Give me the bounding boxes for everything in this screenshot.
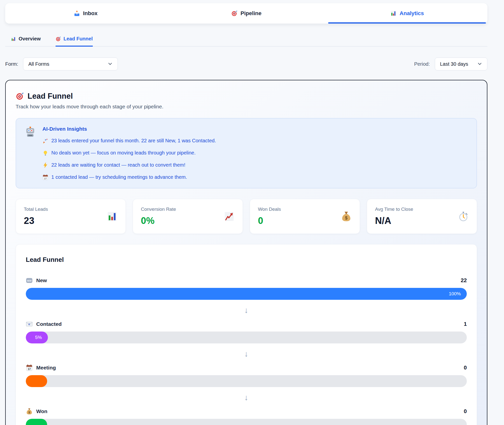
chart-increasing-icon <box>224 211 235 222</box>
stat-label: Total Leads <box>24 207 48 212</box>
subtab-lead-funnel-label: Lead Funnel <box>63 36 93 42</box>
stage-percent-label: 5% <box>35 335 42 340</box>
bulb-icon <box>42 150 48 156</box>
page: Inbox Pipeline Analytics Overview Lead F… <box>5 3 487 425</box>
tab-analytics-label: Analytics <box>400 10 424 17</box>
bar-chart-icon <box>390 10 397 17</box>
stat-card-conversion-rate: Conversion Rate 0% <box>133 199 243 234</box>
down-arrow-icon: ↓ <box>26 306 467 314</box>
target-icon <box>56 36 61 42</box>
ai-insights-title: AI-Driven Insights <box>42 126 468 132</box>
period-select-value: Last 30 days <box>440 61 468 67</box>
tab-inbox[interactable]: Inbox <box>5 3 166 24</box>
stage-count: 1 <box>464 321 467 327</box>
lightning-icon <box>42 162 48 168</box>
stat-card-avg-time-to-close: Avg Time to Close N/A <box>367 199 477 234</box>
chevron-down-icon <box>477 61 482 66</box>
stage-bar-fill <box>26 419 47 425</box>
stage-bar-fill: 100% <box>26 288 467 300</box>
tab-pipeline[interactable]: Pipeline <box>166 3 327 24</box>
stat-label: Won Deals <box>258 207 281 212</box>
stage-count: 22 <box>461 277 467 284</box>
stat-value: N/A <box>375 215 413 226</box>
analytics-subtabs: Overview Lead Funnel <box>5 36 487 47</box>
funnel-chart-title: Lead Funnel <box>26 256 467 264</box>
active-tab-underline <box>328 22 486 24</box>
funnel-chart-card: Lead Funnel New 22 100% ↓ <box>16 244 477 425</box>
stage-bar-fill <box>26 375 47 387</box>
insight-text: 22 leads are waiting for contact — reach… <box>51 162 185 168</box>
stat-card-total-leads: Total Leads 23 <box>16 199 126 234</box>
stopwatch-icon <box>458 211 469 222</box>
bar-chart-icon <box>107 211 118 222</box>
money-bag-icon <box>341 211 352 222</box>
subtab-overview[interactable]: Overview <box>11 36 41 47</box>
stat-label: Avg Time to Close <box>375 207 413 212</box>
stage-label: New <box>36 277 47 283</box>
subtab-lead-funnel[interactable]: Lead Funnel <box>56 36 93 47</box>
stat-label: Conversion Rate <box>141 207 176 212</box>
down-arrow-icon: ↓ <box>26 350 467 358</box>
stage-bar-track: 100% <box>26 288 467 300</box>
calendar-icon <box>26 364 33 371</box>
funnel-stage-won: Won 0 <box>26 408 467 425</box>
funnel-stage-contacted: Contacted 1 5% <box>26 321 467 343</box>
stage-bar-fill: 5% <box>26 332 48 343</box>
stage-count: 0 <box>464 364 467 371</box>
robot-icon <box>25 126 36 137</box>
stage-bar-track: 5% <box>26 332 467 343</box>
form-select-value: All Forms <box>28 61 49 67</box>
down-arrow-icon: ↓ <box>26 394 467 401</box>
stat-value: 0% <box>141 215 176 226</box>
insight-text: No deals won yet — focus on moving leads… <box>51 150 195 156</box>
chevron-down-icon <box>108 61 113 66</box>
stage-label: Contacted <box>36 321 62 327</box>
panel-subtitle: Track how your leads move through each s… <box>16 104 477 110</box>
money-bag-icon <box>26 408 33 415</box>
period-filter-label: Period: <box>414 61 430 67</box>
subtab-overview-label: Overview <box>19 36 41 42</box>
tab-inbox-label: Inbox <box>83 10 98 17</box>
bar-chart-icon <box>11 36 16 42</box>
insight-item: 23 leads entered your funnel this month.… <box>42 137 468 144</box>
panel-title: Lead Funnel <box>28 92 73 101</box>
stage-label: Won <box>36 408 47 414</box>
new-badge-icon <box>26 277 33 284</box>
filters-row: Form: All Forms Period: Last 30 days <box>5 58 487 70</box>
calendar-icon <box>42 174 48 180</box>
period-select[interactable]: Last 30 days <box>435 58 487 70</box>
tab-analytics[interactable]: Analytics <box>327 3 487 24</box>
insight-item: 1 contacted lead — try scheduling meetin… <box>42 174 468 181</box>
form-select[interactable]: All Forms <box>23 58 118 70</box>
ai-insights-box: AI-Driven Insights 23 leads entered your… <box>16 118 477 188</box>
insight-item: No deals won yet — focus on moving leads… <box>42 150 468 156</box>
stage-bar-track <box>26 375 467 387</box>
target-icon <box>16 92 24 100</box>
insight-text: 23 leads entered your funnel this month.… <box>51 137 216 144</box>
stage-bar-track <box>26 419 467 425</box>
email-icon <box>26 321 33 328</box>
stage-label: Meeting <box>36 365 56 371</box>
lead-funnel-panel: Lead Funnel Track how your leads move th… <box>5 80 487 425</box>
stat-card-won-deals: Won Deals 0 <box>250 199 360 234</box>
form-filter-group: Form: All Forms <box>5 58 118 70</box>
panel-title-row: Lead Funnel <box>16 92 477 101</box>
stage-count: 0 <box>464 408 467 415</box>
stat-value: 0 <box>258 215 281 226</box>
funnel-stage-meeting: Meeting 0 <box>26 364 467 387</box>
tab-pipeline-label: Pipeline <box>241 10 261 17</box>
form-filter-label: Form: <box>5 61 18 67</box>
stage-percent-label: 100% <box>449 291 461 297</box>
funnel-stage-new: New 22 100% <box>26 277 467 300</box>
insight-item: 22 leads are waiting for contact — reach… <box>42 162 468 168</box>
insight-text: 1 contacted lead — try scheduling meetin… <box>51 174 187 181</box>
stat-value: 23 <box>24 215 48 226</box>
rocket-icon <box>42 138 48 144</box>
ai-insights-body: AI-Driven Insights 23 leads entered your… <box>42 126 468 181</box>
stats-row: Total Leads 23 Conversion Rate 0% Won De… <box>16 199 477 234</box>
inbox-icon <box>74 10 80 17</box>
target-icon <box>231 10 238 17</box>
top-tab-bar: Inbox Pipeline Analytics <box>5 3 487 24</box>
period-filter-group: Period: Last 30 days <box>414 58 487 70</box>
